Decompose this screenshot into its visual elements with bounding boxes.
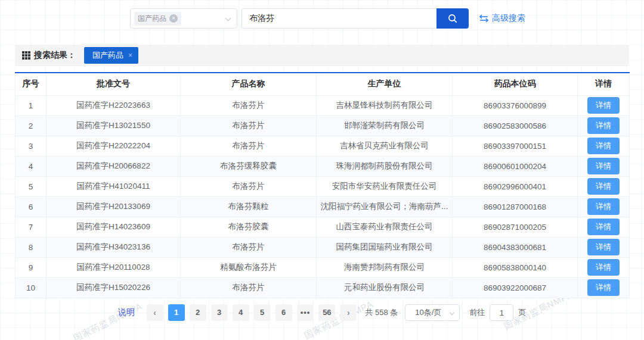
cell-approval: 国药准字H14023609: [47, 217, 181, 237]
cell-product: 布洛芬缓释胶囊: [181, 156, 317, 176]
total-count: 共 558 条: [365, 307, 398, 318]
cell-manufacturer: 国药集团国瑞药业有限公司: [317, 237, 453, 257]
cell-manufacturer: 山西宝泰药业有限责任公司: [317, 217, 453, 237]
page-button-5[interactable]: 5: [254, 304, 271, 321]
search-icon: [447, 13, 458, 24]
cell-code: 86902583000586: [453, 116, 578, 136]
cell-no: 10: [16, 277, 47, 298]
table-row: 6 国药准字H20133069 布洛芬颗粒 沈阳福宁药业有限公司；海南葫芦...…: [16, 196, 630, 217]
cell-approval: 国药准字H41020411: [47, 176, 181, 196]
cell-code: 86900601000204: [453, 156, 578, 176]
cell-no: 1: [16, 95, 47, 116]
results-label: 搜索结果：: [34, 50, 76, 61]
detail-button[interactable]: 详情: [587, 279, 620, 296]
next-page-button[interactable]: ›: [340, 304, 357, 321]
cell-manufacturer: 沈阳福宁药业有限公司；海南葫芦...: [317, 196, 453, 217]
cell-code: 86902871000205: [453, 217, 578, 237]
page-button-6[interactable]: 6: [275, 304, 292, 321]
page-button-4[interactable]: 4: [233, 304, 249, 321]
cell-approval: 国药准字H22022204: [47, 136, 181, 156]
cell-no: 3: [16, 136, 47, 156]
cell-manufacturer: 海南赞邦制药有限公司: [317, 257, 453, 277]
cell-manufacturer: 吉林显锋科技制药有限公司: [317, 95, 453, 116]
table-row: 1 国药准字H22023663 布洛芬片 吉林显锋科技制药有限公司 869033…: [16, 95, 630, 116]
page-size-select[interactable]: 10条/页: [405, 304, 460, 321]
advanced-search-label: 高级搜索: [492, 13, 525, 24]
table-row: 10 国药准字H15020226 布洛芬片 元和药业股份有限公司 8690392…: [16, 277, 630, 298]
results-bar: 搜索结果： 国产药品 ×: [15, 45, 629, 66]
goto-label: 前往: [469, 307, 485, 318]
category-tag[interactable]: 国产药品 ×: [134, 12, 181, 26]
cell-product: 布洛芬片: [181, 95, 317, 116]
cell-no: 9: [16, 257, 47, 277]
cell-product: 布洛芬胶囊: [181, 217, 317, 237]
page-button-1[interactable]: 1: [168, 304, 185, 321]
detail-button[interactable]: 详情: [587, 198, 620, 215]
note-link[interactable]: 说明: [118, 307, 135, 318]
search-button[interactable]: [436, 8, 469, 29]
grid-icon: [22, 51, 30, 60]
search-bar: 国产药品 × 高级搜索: [130, 8, 525, 29]
advanced-search-link[interactable]: 高级搜索: [479, 8, 525, 29]
table-row: 9 国药准字H20110028 精氨酸布洛芬片 海南赞邦制药有限公司 86905…: [16, 257, 630, 277]
detail-button[interactable]: 详情: [587, 178, 620, 195]
table-row: 3 国药准字H22022204 布洛芬片 吉林省贝克药业有限公司 8690339…: [16, 136, 630, 156]
col-header-detail: 详情: [578, 73, 630, 95]
page-button-56[interactable]: 56: [318, 304, 335, 321]
goto-page-input[interactable]: [490, 304, 513, 321]
prev-page-button[interactable]: ‹: [147, 304, 163, 321]
filter-tag-close-icon[interactable]: ×: [128, 51, 132, 60]
cell-code: 86903397000151: [453, 136, 578, 156]
cell-no: 4: [16, 156, 47, 176]
cell-no: 6: [16, 196, 47, 217]
cell-code: 86901287000168: [453, 196, 578, 217]
detail-button[interactable]: 详情: [587, 219, 620, 235]
category-tag-close-icon[interactable]: ×: [169, 14, 178, 23]
cell-manufacturer: 邯郸滏荣制药有限公司: [317, 116, 453, 136]
drug-query-page: 国家药监局NMPA 国家药监局NMPA 国家药监局NMPA 国产药品 ×: [0, 0, 644, 340]
cell-code: 86902996000401: [453, 176, 578, 196]
chevron-down-icon: [225, 15, 231, 21]
cell-product: 布洛芬片: [181, 237, 317, 257]
cell-approval: 国药准字H20133069: [47, 196, 181, 217]
cell-code: 86903922000687: [453, 277, 578, 298]
more-pages-icon[interactable]: •••: [297, 304, 314, 321]
table-row: 7 国药准字H14023609 布洛芬胶囊 山西宝泰药业有限责任公司 86902…: [16, 217, 630, 237]
detail-button[interactable]: 详情: [587, 117, 620, 134]
detail-button[interactable]: 详情: [587, 259, 620, 276]
table-row: 5 国药准字H41020411 布洛芬片 安阳市华安药业有限责任公司 86902…: [16, 176, 630, 196]
page-button-3[interactable]: 3: [211, 304, 228, 321]
cell-code: 86904383000681: [453, 237, 578, 257]
cell-product: 布洛芬片: [181, 116, 317, 136]
cell-no: 2: [16, 116, 47, 136]
filter-tag[interactable]: 国产药品 ×: [84, 47, 138, 64]
next-arrow-icon: ›: [347, 308, 350, 317]
keyword-input[interactable]: [242, 8, 436, 29]
cell-no: 8: [16, 237, 47, 257]
col-header-code: 药品本位码: [453, 73, 578, 95]
cell-product: 布洛芬颗粒: [181, 196, 317, 217]
cell-no: 7: [16, 217, 47, 237]
cell-no: 5: [16, 176, 47, 196]
detail-button[interactable]: 详情: [587, 158, 620, 174]
cell-manufacturer: 元和药业股份有限公司: [317, 277, 453, 298]
pagination: 说明 ‹ 1 2 3 4 5 6 ••• 56 › 共 558 条 10条/页 …: [15, 304, 629, 322]
table-row: 8 国药准字H34023136 布洛芬片 国药集团国瑞药业有限公司 869043…: [16, 237, 630, 257]
cell-code: 86905838000140: [453, 257, 578, 277]
cell-approval: 国药准字H22023663: [47, 95, 181, 116]
cell-code: 86903376000899: [453, 95, 578, 116]
detail-button[interactable]: 详情: [587, 138, 620, 154]
cell-approval: 国药准字H34023136: [47, 237, 181, 257]
detail-button[interactable]: 详情: [587, 97, 620, 114]
detail-button[interactable]: 详情: [587, 239, 620, 255]
filter-tag-label: 国产药品: [92, 50, 123, 61]
cell-approval: 国药准字H20066822: [47, 156, 181, 176]
cell-approval: 国药准字H15020226: [47, 277, 181, 298]
category-select[interactable]: 国产药品 ×: [130, 8, 237, 29]
table-row: 4 国药准字H20066822 布洛芬缓释胶囊 珠海润都制药股份有限公司 869…: [16, 156, 630, 176]
col-header-no: 序号: [16, 73, 47, 95]
chevron-down-icon: [450, 310, 454, 315]
prev-arrow-icon: ‹: [153, 308, 156, 317]
page-button-2[interactable]: 2: [190, 304, 206, 321]
cell-product: 布洛芬片: [181, 176, 317, 196]
